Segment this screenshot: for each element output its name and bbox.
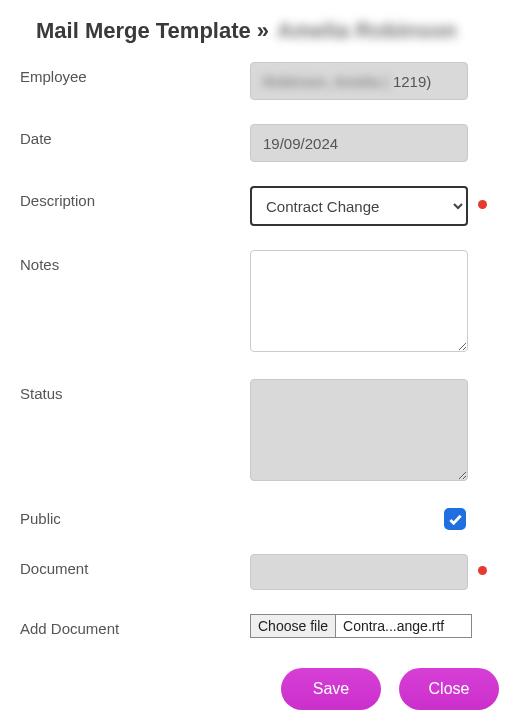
label-document: Document xyxy=(20,554,250,577)
page-title: Mail Merge Template » Amelia Robinson xyxy=(36,18,499,44)
choose-file-button[interactable]: Choose file xyxy=(250,614,336,638)
date-field: 19/09/2024 xyxy=(250,124,468,162)
employee-name-blurred: Robinson, Amelia ( xyxy=(263,73,389,90)
check-icon xyxy=(448,512,463,527)
employee-code: 1219) xyxy=(393,73,431,90)
button-row: Save Close xyxy=(20,668,499,710)
label-public: Public xyxy=(20,508,250,527)
description-select[interactable]: Contract Change xyxy=(250,186,468,226)
employee-field: Robinson, Amelia ( 1219) xyxy=(250,62,468,100)
public-checkbox[interactable] xyxy=(444,508,466,530)
status-textarea[interactable] xyxy=(250,379,468,481)
save-button[interactable]: Save xyxy=(281,668,381,710)
label-notes: Notes xyxy=(20,250,250,273)
required-indicator-icon xyxy=(478,566,487,575)
file-input[interactable]: Choose file Contra...ange.rtf xyxy=(250,614,472,638)
label-employee: Employee xyxy=(20,62,250,85)
label-add-document: Add Document xyxy=(20,614,250,637)
close-button[interactable]: Close xyxy=(399,668,499,710)
title-prefix: Mail Merge Template » xyxy=(36,18,269,44)
required-indicator-icon xyxy=(478,200,487,209)
document-field xyxy=(250,554,468,590)
chosen-file-name: Contra...ange.rtf xyxy=(336,614,472,638)
label-description: Description xyxy=(20,186,250,209)
label-status: Status xyxy=(20,379,250,402)
label-date: Date xyxy=(20,124,250,147)
title-employee-name: Amelia Robinson xyxy=(277,18,457,44)
notes-textarea[interactable] xyxy=(250,250,468,352)
